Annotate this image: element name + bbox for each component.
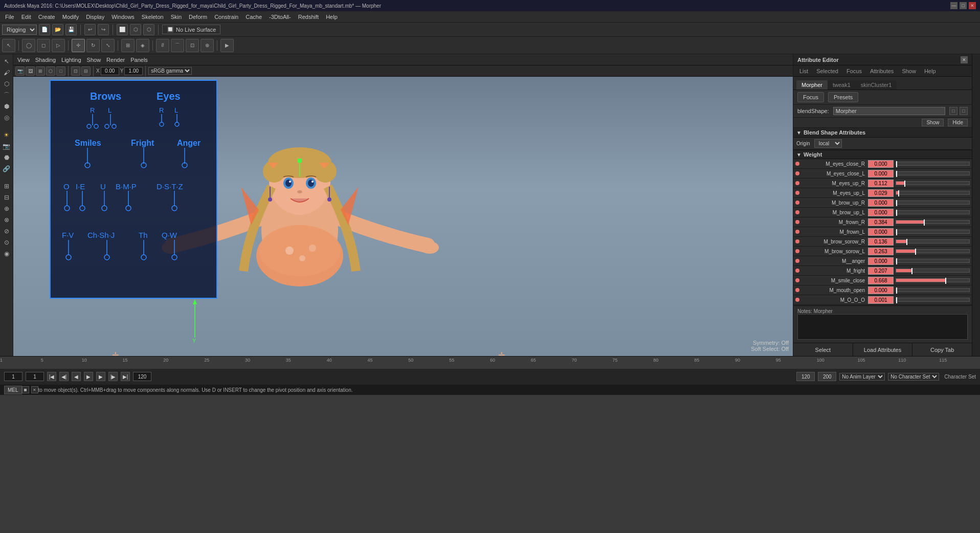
vp-btn2[interactable]: 🖼 [26, 66, 35, 76]
bsa-header[interactable]: ▼ Blend Shape Attributes [793, 128, 972, 138]
tab-selected[interactable]: Selected [813, 67, 841, 75]
attr-value-6[interactable]: 0.384 [868, 218, 894, 226]
char-set-select[interactable]: No Character Set [888, 373, 939, 381]
undo-btn[interactable]: ↩ [84, 24, 96, 35]
move-tool[interactable]: ✛ [72, 39, 85, 52]
attr-slider-0[interactable] [896, 162, 970, 166]
load-attributes-btn[interactable]: Load Attributes [853, 343, 913, 356]
tab-focus[interactable]: Focus [843, 67, 865, 75]
vp-sel2[interactable]: ⊟ [81, 66, 91, 76]
workspace-dropdown[interactable]: Rigging [2, 25, 37, 35]
attr-slider-13[interactable] [896, 288, 970, 292]
poly-tool[interactable]: ⬢ [2, 101, 12, 112]
y-coord-input[interactable] [124, 67, 143, 75]
attr-value-3[interactable]: 0.029 [868, 189, 894, 197]
menu-create[interactable]: Create [35, 13, 58, 21]
attr-slider-8[interactable] [896, 239, 970, 243]
menu-edit[interactable]: Edit [18, 13, 34, 21]
timeline-ruler[interactable]: 1510152025303540455055606570758085909510… [0, 357, 980, 369]
select-btn[interactable]: ⬜ [117, 24, 128, 35]
snap-grid[interactable]: # [156, 39, 169, 52]
vp-render[interactable]: Render [104, 57, 127, 63]
next-key-btn[interactable]: |▶ [108, 372, 118, 381]
prev-key-btn[interactable]: ◀| [59, 372, 69, 381]
menu-display[interactable]: Display [83, 13, 107, 21]
mel-btn[interactable]: MEL [4, 386, 22, 394]
menu-help[interactable]: Help [323, 13, 341, 21]
presets-btn[interactable]: Presets [828, 92, 858, 102]
lasso-tool[interactable]: ◯ [22, 39, 35, 52]
attr-value-12[interactable]: 0.668 [868, 277, 894, 284]
soft-select[interactable]: ◈ [136, 39, 149, 52]
hide-btn[interactable]: Hide [948, 119, 968, 126]
show-btn[interactable]: Show [922, 119, 944, 126]
attr-slider-9[interactable] [896, 249, 970, 253]
vp-shading[interactable]: Shading [33, 57, 58, 63]
attr-value-13[interactable]: 0.000 [868, 286, 894, 294]
anim-layer-select[interactable]: No Anim Layer [839, 373, 885, 381]
tab-show[interactable]: Show [899, 67, 919, 75]
color-space-select[interactable]: sRGB gamma [148, 67, 192, 75]
arrow-tool[interactable]: ↖ [2, 56, 12, 66]
next-frame-btn[interactable]: ▶ [96, 372, 105, 381]
notes-textarea[interactable] [797, 314, 968, 340]
icon-1[interactable]: ⊞ [2, 181, 12, 191]
tab-help[interactable]: Help [921, 67, 939, 75]
snap-surface[interactable]: ⊡ [186, 39, 199, 52]
bshape-icon-1[interactable]: □ [949, 107, 957, 115]
light-tool[interactable]: ☀ [2, 130, 12, 140]
range-end-input[interactable] [818, 372, 836, 381]
viewport[interactable]: View Shading Lighting Show Render Panels… [13, 54, 793, 356]
minimize-btn[interactable]: — [950, 2, 957, 9]
attr-value-9[interactable]: 0.263 [868, 248, 894, 255]
menu-windows[interactable]: Windows [108, 13, 138, 21]
attr-slider-14[interactable] [896, 298, 970, 302]
bshape-icon-2[interactable]: □ [960, 107, 968, 115]
paint-tool[interactable]: 🖌 [2, 68, 12, 78]
attr-value-1[interactable]: 0.000 [868, 170, 894, 177]
snap-curve[interactable]: ⌒ [171, 39, 184, 52]
viewport-canvas[interactable]: Brows Eyes R L R L [13, 77, 793, 356]
attr-slider-7[interactable] [896, 230, 970, 234]
menu-constrain[interactable]: Constrain [211, 13, 241, 21]
icon-6[interactable]: ⊙ [2, 237, 12, 248]
sculpt-tool[interactable]: ⬡ [2, 79, 12, 89]
clear-script[interactable]: ✕ [31, 386, 38, 393]
attr-value-7[interactable]: 0.000 [868, 228, 894, 236]
menu-3dtall[interactable]: -3DtoAll- [266, 13, 294, 21]
attr-value-11[interactable]: 0.207 [868, 267, 894, 275]
prev-frame-btn[interactable]: ◀ [72, 372, 81, 381]
lasso-btn[interactable]: ⬡ [130, 24, 141, 35]
universal-tool[interactable]: ⊞ [121, 39, 135, 52]
menu-deform[interactable]: Deform [186, 13, 210, 21]
stop-recording[interactable]: ⏹ [22, 386, 29, 393]
attr-value-0[interactable]: 0.000 [868, 160, 894, 168]
redo-btn[interactable]: ↪ [98, 24, 109, 35]
attr-slider-2[interactable] [896, 181, 970, 185]
new-btn[interactable]: 📄 [39, 24, 50, 35]
icon-4[interactable]: ⊗ [2, 215, 12, 225]
tab-skin-cluster[interactable]: skinCluster1 [856, 80, 897, 90]
snap-point[interactable]: ⊕ [201, 39, 214, 52]
attr-value-10[interactable]: 0.000 [868, 257, 894, 265]
weight-header[interactable]: ▼ Weight [793, 150, 972, 159]
select3[interactable]: ▷ [52, 39, 65, 52]
close-btn[interactable]: ✕ [969, 2, 976, 9]
tab-list[interactable]: List [796, 67, 811, 75]
rotate-tool[interactable]: ↻ [86, 39, 100, 52]
open-btn[interactable]: 📂 [52, 24, 63, 35]
maximize-btn[interactable]: □ [960, 2, 967, 9]
attr-value-14[interactable]: 0.001 [868, 296, 894, 304]
vp-sel1[interactable]: ⊡ [71, 66, 80, 76]
menu-modify[interactable]: Modify [59, 13, 82, 21]
save-btn[interactable]: 💾 [65, 24, 77, 35]
camera-tool[interactable]: 📷 [2, 141, 12, 151]
attr-close-btn[interactable]: ✕ [961, 56, 968, 63]
last-frame-btn[interactable]: ▶| [121, 372, 130, 381]
vp-lighting[interactable]: Lighting [59, 57, 83, 63]
attr-slider-3[interactable] [896, 191, 970, 195]
select-btn[interactable]: Select [793, 343, 853, 356]
attr-slider-11[interactable] [896, 269, 970, 273]
tab-tweak1[interactable]: tweak1 [828, 80, 856, 90]
vp-panels[interactable]: Panels [128, 57, 150, 63]
